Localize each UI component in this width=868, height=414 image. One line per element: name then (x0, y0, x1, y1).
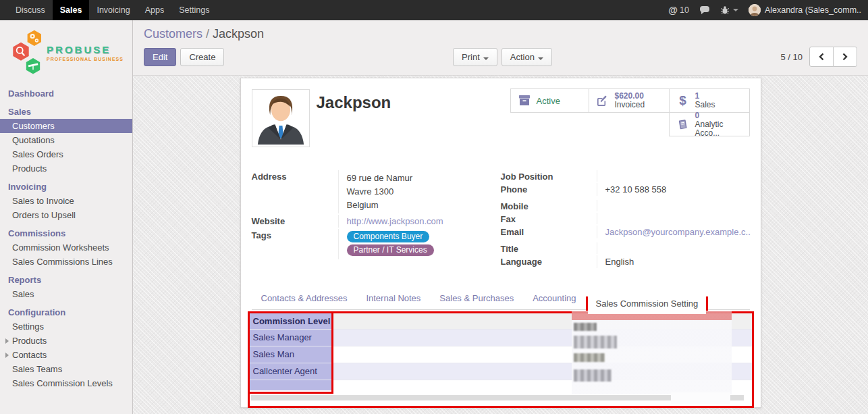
action-button[interactable]: Action (501, 48, 552, 66)
breadcrumb-separator: / (206, 27, 209, 41)
email-link[interactable]: Jackpson@yourcompany.example.c.. (605, 227, 751, 237)
job-position-label: Job Position (501, 170, 597, 182)
redaction-blur-region (572, 311, 732, 394)
logo-title: PROBUSE (47, 44, 124, 55)
sidebar-heading-dashboard[interactable]: Dashboard (0, 86, 132, 101)
cell-commission-level[interactable]: Callcenter Agent (250, 363, 331, 380)
mention-counter[interactable]: @ 10 (668, 5, 689, 16)
field-job-position: Job Position (501, 170, 750, 182)
create-button[interactable]: Create (180, 48, 224, 66)
field-language: Language English (501, 255, 750, 268)
address-line-3: Belgium (347, 199, 501, 212)
sidebar-heading-invoicing[interactable]: Invoicing (0, 180, 132, 194)
sidebar-heading-sales[interactable]: Sales (0, 105, 132, 119)
commission-table-zone: Commission Level Sales Manager Sales Man (248, 311, 754, 408)
chevron-down-icon (483, 57, 489, 60)
nav-invoicing[interactable]: Invoicing (89, 0, 137, 20)
redacted-block (574, 323, 597, 331)
top-navbar: Discuss Sales Invoicing Apps Settings @ … (0, 0, 868, 20)
user-menu[interactable]: Alexandra (Sales_comm.. (749, 4, 861, 16)
field-mobile: Mobile (501, 200, 750, 211)
stat-active-button[interactable]: Active (510, 88, 589, 113)
nav-discuss[interactable]: Discuss (8, 0, 53, 20)
phone-label: Phone (501, 183, 597, 196)
tab-contacts-addresses[interactable]: Contacts & Addresses (252, 287, 357, 309)
edit-button[interactable]: Edit (144, 48, 176, 66)
sidebar-item-sales-teams[interactable]: Sales Teams (0, 362, 132, 376)
address-line-2: Wavre 1300 (347, 185, 501, 199)
address-label: Address (252, 170, 338, 213)
stat-sales-button[interactable]: $ 1 Sales (669, 88, 750, 113)
horizontal-scrollbar[interactable] (251, 395, 744, 400)
chevron-down-icon (538, 57, 543, 60)
stat-invoiced-button[interactable]: $620.00 Invoiced (589, 88, 670, 113)
sidebar-item-customers[interactable]: Customers (0, 119, 132, 133)
debug-icon[interactable] (720, 5, 738, 15)
sidebar-item-sales-to-invoice[interactable]: Sales to Invoice (0, 194, 132, 208)
tag-partner-it-services[interactable]: Partner / IT Services (347, 244, 434, 256)
cell-commission-level[interactable]: Sales Manager (250, 330, 331, 346)
sidebar-item-quotations[interactable]: Quotations (0, 133, 132, 147)
action-label: Action (510, 52, 535, 62)
sidebar-item-sales-commissions-lines[interactable]: Sales Commissions Lines (0, 255, 132, 269)
sidebar-item-sales-orders[interactable]: Sales Orders (0, 147, 132, 161)
cell-empty (250, 380, 331, 390)
stat-sales-label: Sales (695, 101, 715, 109)
sidebar-item-settings[interactable]: Settings (0, 319, 132, 334)
archive-box-icon (516, 95, 533, 107)
fax-label: Fax (501, 213, 597, 224)
stat-analytic-value: 0 (695, 111, 744, 120)
sidebar-item-sales-commission-levels[interactable]: Sales Commission Levels (0, 376, 132, 390)
sidebar-item-orders-to-upsell[interactable]: Orders to Upsell (0, 208, 132, 222)
nav-settings[interactable]: Settings (171, 0, 217, 20)
edit-pencil-icon (595, 95, 611, 107)
redacted-block (574, 369, 612, 382)
stat-active-label: Active (537, 97, 560, 105)
sidebar-item-config-contacts[interactable]: Contacts (0, 348, 132, 362)
stat-analytic-button[interactable]: 0 Analytic Acco... (669, 112, 750, 136)
breadcrumb-record: Jackpson (213, 27, 264, 41)
pager-previous-button[interactable] (809, 47, 834, 67)
title-value (597, 242, 750, 254)
tab-internal-notes[interactable]: Internal Notes (356, 287, 430, 309)
nav-sales[interactable]: Sales (53, 0, 90, 20)
column-header-commission-level[interactable]: Commission Level (250, 313, 331, 329)
pager-next-button[interactable] (833, 47, 857, 67)
sidebar: PROBUSE PROFESSIONAL BUSINESS Dashboard … (0, 20, 133, 414)
pager-counter: 5 / 10 (780, 52, 803, 62)
website-link[interactable]: http://www.jackpson.com (347, 216, 443, 226)
pager (809, 47, 857, 67)
sidebar-heading-commissions[interactable]: Commissions (0, 226, 132, 240)
tag-components-buyer[interactable]: Components Buyer (347, 231, 430, 242)
tab-sales-purchases[interactable]: Sales & Purchases (430, 287, 523, 309)
sidebar-item-reports-sales[interactable]: Sales (0, 287, 132, 301)
field-title: Title (501, 242, 750, 254)
annotation-box-table: Commission Level Sales Manager Sales Man (248, 311, 754, 408)
address-line-1: 69 rue de Namur (347, 172, 501, 185)
sidebar-item-config-products[interactable]: Products (0, 334, 132, 348)
app-menu: Discuss Sales Invoicing Apps Settings (0, 0, 217, 20)
sidebar-item-label: Products (12, 336, 47, 346)
job-position-value (597, 170, 750, 182)
nav-apps[interactable]: Apps (138, 0, 172, 20)
sidebar-heading-configuration[interactable]: Configuration (0, 305, 132, 319)
sidebar-heading-reports[interactable]: Reports (0, 273, 132, 287)
sidebar-item-products[interactable]: Products (0, 161, 132, 176)
form-sheet: Jackpson Active (240, 78, 761, 408)
breadcrumb-customers[interactable]: Customers (144, 27, 202, 41)
sidebar-item-commission-worksheets[interactable]: Commission Worksheets (0, 240, 132, 255)
at-icon: @ (668, 5, 678, 16)
tab-sales-commission-setting[interactable]: Sales Commission Setting (588, 293, 707, 314)
stat-buttons: Active $620.00 Invoiced $ (509, 89, 750, 136)
field-tags: Tags Components Buyer Partner / IT Servi… (252, 229, 501, 259)
app-logo[interactable]: PROBUSE PROFESSIONAL BUSINESS (0, 20, 132, 82)
customer-photo[interactable] (252, 89, 310, 147)
tab-accounting[interactable]: Accounting (523, 287, 585, 309)
sidebar-item-label: Contacts (12, 350, 47, 360)
left-field-group: Address 69 rue de Namur Wavre 1300 Belgi… (252, 170, 501, 269)
print-button[interactable]: Print (453, 48, 497, 66)
cell-commission-level[interactable]: Sales Man (250, 346, 331, 363)
dollar-icon: $ (675, 93, 691, 108)
record-title: Jackpson (317, 93, 391, 112)
messages-icon[interactable] (699, 5, 710, 15)
